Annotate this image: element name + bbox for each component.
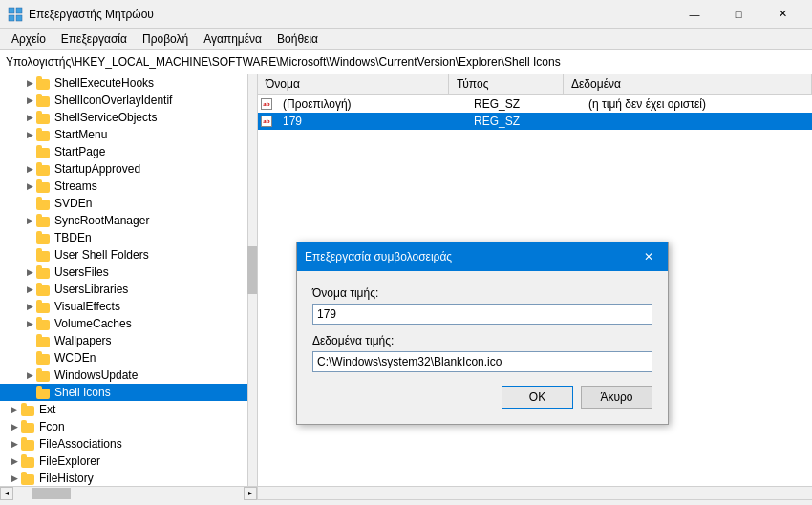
address-path: Υπολογιστής\HKEY_LOCAL_MACHINE\SOFTWARE\… [6,55,561,69]
tree-item[interactable]: ▶WindowsUpdate [0,367,257,384]
tree-hscroll[interactable]: ◂ ▸ [0,487,258,499]
tree-arrow: ▶ [23,76,36,90]
tree-label: VisualEffects [54,300,120,313]
tree-arrow [23,248,36,262]
reg-icon-default: ab [258,97,275,111]
tree-item[interactable]: ▶Streams [0,178,257,195]
folder-icon [36,214,52,227]
tree-label: FileAssociations [39,437,122,451]
tree-item[interactable]: ▶Fcon [0,418,257,435]
scroll-right-arrow[interactable]: ▸ [244,487,257,500]
tree-arrow [23,386,36,399]
tree-item[interactable]: ▶ShellExecuteHooks [0,74,257,92]
tree-item[interactable]: StartPage [0,143,257,160]
tree-arrow: ▶ [23,162,36,176]
header-type[interactable]: Τύπος [449,74,564,94]
folder-icon [36,368,52,382]
tree-label: VolumeCaches [54,317,132,330]
minimize-button[interactable]: — [673,0,716,29]
tree-arrow: ▶ [23,128,36,141]
tree-scrollbar-thumb[interactable] [247,246,257,294]
cancel-button[interactable]: Άκυρο [581,386,652,409]
dialog-buttons: OK Άκυρο [312,386,652,409]
tree-item[interactable]: Shell Icons [0,384,257,401]
tree-label: Wallpapers [54,334,112,347]
tree-label: StartupApproved [54,162,140,176]
tree-arrow: ▶ [23,368,36,382]
tree-item[interactable]: ▶UsersLibraries [0,281,257,298]
tree-item[interactable]: Wallpapers [0,332,257,349]
maximize-button[interactable]: □ [716,0,760,29]
reg-cell-179-type: REG_SZ [466,115,581,128]
folder-icon [21,403,36,416]
tree-label: WCDEn [54,351,96,365]
tree-arrow: ▶ [8,420,21,433]
tree-item[interactable]: ▶FileAssociations [0,435,257,452]
tree-item[interactable]: ▶SyncRootManager [0,212,257,229]
tree-item[interactable]: User Shell Folders [0,246,257,263]
tree-label: ShellServiceObjects [54,111,157,124]
tree-scrollbar[interactable] [247,74,257,486]
folder-icon [36,145,52,158]
menu-favorites[interactable]: Αγαπημένα [196,31,269,48]
dialog-body: Όνομα τιμής: Δεδομένα τιμής: OK Άκυρο [297,271,668,424]
close-button[interactable]: ✕ [760,0,804,29]
folder-icon [21,472,36,485]
tree-arrow [23,334,36,347]
tree-item[interactable]: ▶FileHistory [0,470,257,486]
name-label: Όνομα τιμής: [312,286,652,300]
folder-icon [36,386,52,399]
window-title: Επεξεργαστής Μητρώου [29,8,673,21]
menu-help[interactable]: Βοήθεια [269,31,326,48]
tree-item[interactable]: ▶VisualEffects [0,298,257,315]
menu-file[interactable]: Αρχείο [4,31,53,48]
window-controls: — □ ✕ [673,0,804,29]
hscroll-thumb[interactable] [32,488,71,499]
menu-view[interactable]: Προβολή [135,31,196,48]
tree-item[interactable]: ▶ShellIconOverlayIdentif [0,92,257,109]
tree-item[interactable]: WCDEn [0,349,257,367]
dialog-title: Επεξεργασία συμβολοσειράς [305,250,637,263]
dialog-titlebar: Επεξεργασία συμβολοσειράς ✕ [297,242,668,271]
name-input[interactable] [312,304,652,325]
folder-icon [36,111,52,124]
folder-icon [36,351,52,365]
tree-item[interactable]: TBDEn [0,229,257,246]
folder-icon [36,283,52,296]
header-name[interactable]: Όνομα [258,74,449,94]
tree-label: Shell Icons [54,386,111,399]
header-data[interactable]: Δεδομένα [564,74,812,94]
reg-cell-default-data: (η τιμή δεν έχει οριστεί) [581,97,812,111]
folder-icon [36,334,52,347]
data-input[interactable] [312,351,652,372]
reg-row-179[interactable]: ab 179 REG_SZ [258,113,812,130]
folder-icon [36,317,52,330]
dialog-close-button[interactable]: ✕ [637,245,660,268]
tree-item[interactable]: ▶StartupApproved [0,160,257,178]
tree-item[interactable]: ▶Ext [0,401,257,418]
reg-row-default[interactable]: ab (Προεπιλογή) REG_SZ (η τιμή δεν έχει … [258,95,812,113]
tree-label: FileExplorer [39,454,100,468]
tree-arrow: ▶ [23,300,36,313]
tree-arrow: ▶ [23,265,36,279]
scroll-left-arrow[interactable]: ◂ [0,487,13,500]
tree-item[interactable]: SVDEn [0,195,257,212]
right-hscroll[interactable] [258,487,812,499]
tree-label: FileHistory [39,472,94,485]
folder-icon [36,248,52,262]
tree-item[interactable]: ▶StartMenu [0,126,257,143]
tree-arrow: ▶ [23,214,36,227]
tree-arrow: ▶ [8,454,21,468]
reg-icon-179: ab [258,115,275,128]
tree-item[interactable]: ▶UsersFiles [0,263,257,281]
app-icon [8,7,23,22]
edit-string-dialog: Επεξεργασία συμβολοσειράς ✕ Όνομα τιμής:… [296,242,669,425]
tree-item[interactable]: ▶VolumeCaches [0,315,257,332]
tree-item[interactable]: ▶ShellServiceObjects [0,109,257,126]
statusbar [0,499,812,505]
tree-item[interactable]: ▶FileExplorer [0,452,257,470]
ok-button[interactable]: OK [502,386,573,409]
folder-icon [21,420,36,433]
reg-cell-default-name: (Προεπιλογή) [275,97,466,111]
menu-edit[interactable]: Επεξεργασία [53,31,135,48]
